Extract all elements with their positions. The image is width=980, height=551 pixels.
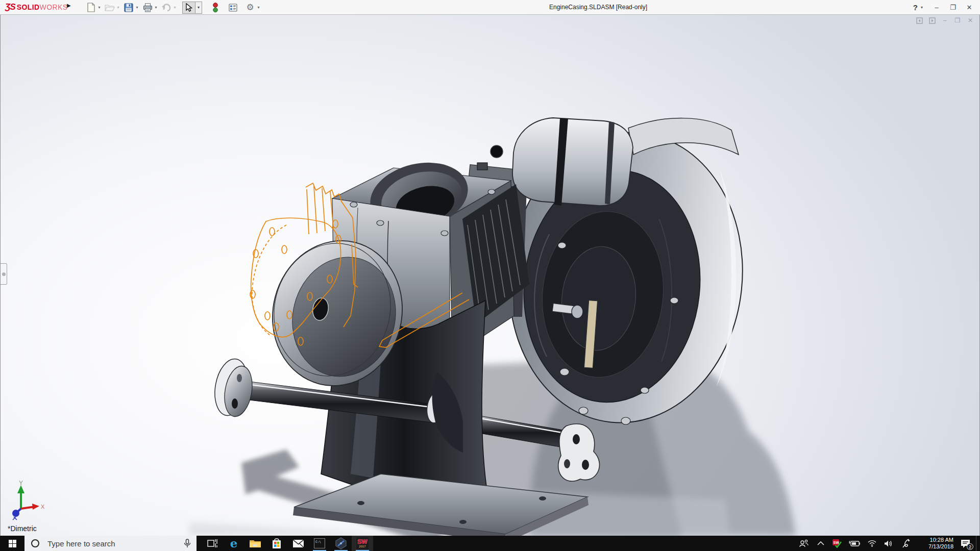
cmd-prompt-label: C:\ xyxy=(315,540,321,543)
people-button[interactable] xyxy=(795,536,813,551)
file-properties-icon xyxy=(229,4,237,12)
undo-caret: ▾ xyxy=(173,5,177,10)
restore-button[interactable]: ❐ xyxy=(946,2,960,13)
engine-casing-assembly-model[interactable] xyxy=(1,15,980,536)
splitter-dot-icon xyxy=(2,272,6,276)
open-button[interactable] xyxy=(104,2,116,14)
task-view-button[interactable] xyxy=(202,536,223,551)
microphone-icon[interactable] xyxy=(184,539,191,550)
command-prompt-button[interactable]: C:\ xyxy=(309,536,330,551)
taskbar-apps: e C:\ SW 2017 xyxy=(202,536,373,551)
clock-date: 7/13/2018 xyxy=(921,543,953,550)
clock-time: 10:28 AM xyxy=(921,537,953,543)
quick-access-toolbar: ▾ ▾ ▾ ▾ ▾ xyxy=(85,1,263,14)
power-button[interactable] xyxy=(845,536,864,551)
rubber-knob xyxy=(491,145,503,158)
file-explorer-icon xyxy=(249,539,261,548)
window-controls: ? ▾ – ❐ ✕ xyxy=(913,0,976,15)
print-button[interactable] xyxy=(141,2,154,14)
solidworks-logo: ƷS SOLIDWORKS xyxy=(5,2,67,13)
graphics-viewport[interactable]: – ❐ ✕ xyxy=(0,15,980,536)
show-desktop-separator xyxy=(976,536,976,551)
feature-pane-splitter-handle[interactable] xyxy=(1,263,7,285)
store-button[interactable] xyxy=(266,536,287,551)
solidworks-resource-monitor-icon: SW xyxy=(832,539,842,548)
search-placeholder: Type here to search xyxy=(47,539,115,548)
menu-flyout-arrow-icon[interactable]: ▶ xyxy=(67,3,71,8)
rebuild-stoplight-icon xyxy=(212,3,218,13)
network-button[interactable] xyxy=(864,536,880,551)
command-prompt-icon: C:\ xyxy=(314,538,325,548)
volume-button[interactable] xyxy=(880,536,896,551)
notification-badge: 2 xyxy=(967,543,973,550)
hex-bolt xyxy=(477,163,487,170)
chevron-up-icon xyxy=(817,541,824,545)
solidworks-brand-bold: SOLID xyxy=(17,3,40,11)
options-caret[interactable]: ▾ xyxy=(256,5,261,10)
solidworks-tray-button[interactable]: SW xyxy=(829,536,845,551)
save-caret[interactable]: ▾ xyxy=(135,5,139,10)
close-button[interactable]: ✕ xyxy=(963,2,976,13)
tray-overflow-button[interactable] xyxy=(813,536,829,551)
start-button[interactable] xyxy=(0,536,24,551)
window-title: EngineCasing.SLDASM [Read-only] xyxy=(549,4,647,11)
help-caret[interactable]: ▾ xyxy=(921,5,923,10)
select-cursor-icon xyxy=(185,3,192,12)
windows-logo-icon xyxy=(9,540,16,547)
solidworks-app-letters: SW xyxy=(357,539,367,545)
taskbar-clock[interactable]: 10:28 AM 7/13/2018 xyxy=(921,537,953,550)
new-document-caret[interactable]: ▾ xyxy=(97,5,102,10)
windows-taskbar: Type here to search e C:\ SW 20 xyxy=(0,536,980,551)
print-caret[interactable]: ▾ xyxy=(154,5,158,10)
solidworks-brand-light: WORKS xyxy=(40,3,68,11)
save-icon xyxy=(124,3,133,12)
print-icon xyxy=(143,3,153,12)
open-folder-icon xyxy=(105,4,115,12)
undo-button[interactable] xyxy=(160,2,173,14)
battery-plug-icon xyxy=(849,540,860,547)
store-icon xyxy=(272,538,282,549)
help-button[interactable]: ? xyxy=(913,3,918,12)
edge-button[interactable]: e xyxy=(223,536,244,551)
system-tray: SW 10:28 AM 7/13/2018 2 xyxy=(795,536,980,551)
mail-icon xyxy=(292,539,304,548)
undo-icon xyxy=(161,4,172,12)
cortana-icon xyxy=(31,539,39,547)
edge-icon: e xyxy=(230,538,238,549)
solidworks-app-icon: SW 2017 xyxy=(356,537,369,549)
select-tool-button[interactable] xyxy=(182,2,195,14)
new-document-button[interactable] xyxy=(85,2,97,14)
windows-ink-button[interactable] xyxy=(896,536,917,551)
pen-icon xyxy=(902,539,911,548)
view-orientation-label: *Dimetric xyxy=(8,524,37,533)
people-icon xyxy=(799,539,808,547)
file-properties-button[interactable] xyxy=(227,2,239,14)
options-button[interactable]: ⚙ xyxy=(244,2,256,14)
solidworks-app-year: 2017 xyxy=(359,545,365,548)
mail-button[interactable] xyxy=(287,536,309,551)
minimize-button[interactable]: – xyxy=(930,2,943,13)
rebuild-button[interactable] xyxy=(209,2,222,14)
new-document-icon xyxy=(87,3,95,12)
solidworks-app-button[interactable]: SW 2017 xyxy=(352,536,373,551)
speaker-icon xyxy=(884,540,893,547)
task-view-icon xyxy=(207,539,217,548)
solidworks-logo-mark-icon: ƷS xyxy=(5,2,15,12)
hexagon-app-icon xyxy=(335,537,347,549)
file-explorer-button[interactable] xyxy=(244,536,266,551)
orientation-triad: Y X xyxy=(9,479,45,521)
action-center-button[interactable]: 2 xyxy=(957,536,974,551)
save-button[interactable] xyxy=(122,2,135,14)
select-tool-caret[interactable]: ▾ xyxy=(195,2,202,14)
open-caret: ▾ xyxy=(116,5,120,10)
taskbar-search[interactable]: Type here to search xyxy=(24,536,197,551)
edrawings-button[interactable] xyxy=(330,536,352,551)
wifi-icon xyxy=(868,540,876,547)
svg-text:SW: SW xyxy=(834,541,840,544)
axis-x-label: X xyxy=(41,504,45,510)
titlebar: ƷS SOLIDWORKS ▶ ▾ ▾ ▾ ▾ xyxy=(0,0,980,15)
gear-icon: ⚙ xyxy=(246,2,254,13)
